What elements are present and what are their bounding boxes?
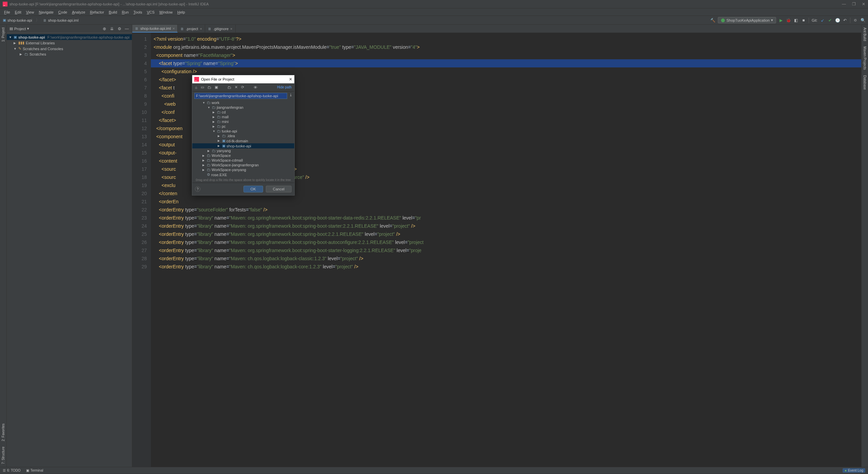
ok-button[interactable]: OK <box>243 186 263 192</box>
project-panel-title: Project <box>14 27 26 31</box>
path-input[interactable] <box>194 93 287 99</box>
bottombar: ☰6: TODO ▣Terminal ●Event Log <box>0 467 868 474</box>
breadcrumb[interactable]: ▣ shop-tuoke-api <box>3 18 32 22</box>
dialog-tree-item[interactable]: ▶🗀yanyang <box>192 148 294 153</box>
dialog-tree-item[interactable]: ▶▣cd-tk-domain <box>192 138 294 143</box>
menu-refactor[interactable]: Refactor <box>88 9 106 15</box>
collapse-icon[interactable]: ⇊ <box>110 26 114 31</box>
tree-external-libs[interactable]: ▶ ▮▮▮ External Libraries <box>7 40 132 46</box>
project-dir-icon[interactable]: 🗀 <box>208 85 211 89</box>
dialog-tree-item[interactable]: ▼🗀tuoke-api <box>192 129 294 133</box>
show-hidden-icon[interactable]: 👁 <box>254 85 257 89</box>
dialog-tree-item[interactable]: ▼🗀work <box>192 100 294 105</box>
dialog-file-tree[interactable]: ▼🗀work▼🗀jiangnanfengran▶🗀cd▶🗀mall▶🗀mini▶… <box>192 100 294 177</box>
todo-tab[interactable]: ☰6: TODO <box>3 469 21 472</box>
tree-scratches[interactable]: ▼ ✎ Scratches and Consoles <box>7 46 132 51</box>
project-structure-icon[interactable]: ⛭ <box>853 18 858 23</box>
menu-run[interactable]: Run <box>120 9 131 15</box>
chevron-down-icon[interactable]: ▾ <box>27 26 29 31</box>
maximize-button[interactable]: ❐ <box>852 2 856 6</box>
menu-build[interactable]: Build <box>107 9 119 15</box>
close-icon[interactable]: × <box>200 27 202 31</box>
debug-icon[interactable]: 🐞 <box>786 18 791 23</box>
minimize-button[interactable]: — <box>842 2 846 6</box>
tool-tab[interactable]: Ant Build <box>862 25 867 44</box>
git-revert-icon[interactable]: ↶ <box>843 18 847 23</box>
dialog-tree-item[interactable]: ▶🗀WorkSpace <box>192 153 294 158</box>
refresh-icon[interactable]: ⟳ <box>241 85 244 89</box>
menu-help[interactable]: Help <box>175 9 187 15</box>
hide-icon[interactable]: — <box>124 26 129 31</box>
dialog-titlebar[interactable]: Open File or Project ✕ <box>192 75 294 83</box>
run-config-dropdown[interactable]: ⬤ ShopTuoKeApiApplication ▾ <box>718 17 776 23</box>
intellij-logo-icon <box>3 2 7 6</box>
editor-tab[interactable]: 🗎.project× <box>178 25 205 33</box>
titlebar: shop-tuoke-api [F:\work\jiangnanfengran\… <box>0 0 868 8</box>
dialog-tree-item[interactable]: ▶🗀.idea <box>192 133 294 138</box>
git-history-icon[interactable]: 🕓 <box>835 18 840 23</box>
tool-tab[interactable]: Database <box>862 73 867 92</box>
menu-file[interactable]: File <box>2 9 12 15</box>
git-commit-icon[interactable]: ✔ <box>828 18 832 23</box>
scratches-icon: ✎ <box>18 46 21 51</box>
terminal-tab[interactable]: ▣Terminal <box>26 469 43 472</box>
tool-tab[interactable]: 1: Project <box>1 25 6 44</box>
editor-tab[interactable]: 🗎shop-tuoke-api.iml× <box>132 25 178 33</box>
stop-icon[interactable]: ■ <box>801 18 806 23</box>
hide-path-link[interactable]: Hide path <box>277 85 292 89</box>
dialog-tree-item[interactable]: ▶▣shop-tuoke-api <box>192 143 294 148</box>
menubar: FileEditViewNavigateCodeAnalyzeRefactorB… <box>0 8 868 16</box>
dialog-tree-item[interactable]: ⚙rose.EXE <box>192 172 294 177</box>
line-gutter: 1234567891011121314151617181920212223242… <box>132 33 151 467</box>
project-tool-icon: ▤ <box>9 26 13 31</box>
build-icon[interactable]: 🔨 <box>710 18 715 23</box>
menu-code[interactable]: Code <box>56 9 69 15</box>
desktop-icon[interactable]: ▭ <box>201 85 204 89</box>
close-icon[interactable]: × <box>173 26 175 30</box>
git-update-icon[interactable]: ↙ <box>820 18 825 23</box>
library-icon: ▮▮▮ <box>18 41 24 45</box>
new-folder-icon[interactable]: 🗀 <box>228 85 231 89</box>
dialog-tree-item[interactable]: ▶🗀pc <box>192 124 294 129</box>
dialog-tree-item[interactable]: ▶🗀WorkSpace-jiangnanfengran <box>192 163 294 167</box>
close-icon[interactable]: × <box>230 27 232 31</box>
menu-tools[interactable]: Tools <box>132 9 144 15</box>
tool-tab[interactable]: 7: Structure <box>1 444 6 467</box>
dialog-tree-item[interactable]: ▶🗀mall <box>192 115 294 119</box>
cancel-button[interactable]: Cancel <box>266 186 292 192</box>
tool-tab[interactable]: 2: Favorites <box>1 421 6 444</box>
tool-tab[interactable]: Maven Projects <box>862 44 867 73</box>
run-icon[interactable]: ▶ <box>779 18 784 23</box>
tree-root[interactable]: ▼ ▣ shop-tuoke-api F:\work\jiangnanfengr… <box>7 34 132 40</box>
menu-navigate[interactable]: Navigate <box>37 9 55 15</box>
menu-edit[interactable]: Edit <box>13 9 23 15</box>
event-log-tab[interactable]: ●Event Log <box>843 468 865 473</box>
path-dropdown-icon[interactable]: ⤓ <box>289 93 292 99</box>
menu-analyze[interactable]: Analyze <box>70 9 87 15</box>
search-everywhere-icon[interactable]: 🔍 <box>861 18 865 23</box>
gear-icon[interactable]: ⚙ <box>117 26 122 31</box>
dialog-tree-item[interactable]: ▶🗀mini <box>192 119 294 124</box>
tree-scratches-folder[interactable]: ▶ 🗀 Scratches <box>7 51 132 57</box>
home-icon[interactable]: ⌂ <box>195 85 197 89</box>
menu-view[interactable]: View <box>24 9 36 15</box>
dialog-tree-item[interactable]: ▶🗀cd <box>192 110 294 115</box>
menu-window[interactable]: Window <box>157 9 175 15</box>
menu-vcs[interactable]: VCS <box>145 9 157 15</box>
dialog-tree-item[interactable]: ▶🗀WorkSpace-cdmall <box>192 158 294 163</box>
project-tree[interactable]: ▼ ▣ shop-tuoke-api F:\work\jiangnanfengr… <box>7 33 132 58</box>
coverage-icon[interactable]: ◧ <box>794 18 798 23</box>
close-button[interactable]: ✕ <box>862 2 865 6</box>
git-label: Git: <box>812 18 817 22</box>
dialog-close-button[interactable]: ✕ <box>289 77 292 82</box>
dialog-tree-item[interactable]: ▼🗀jiangnanfengran <box>192 105 294 110</box>
breadcrumb[interactable]: 🗎 shop-tuoke-api.iml <box>43 18 79 22</box>
chevron-down-icon: ▾ <box>771 18 773 22</box>
editor-tab[interactable]: 🗎.gitignore× <box>205 25 236 33</box>
help-button[interactable]: ? <box>195 186 200 192</box>
scroll-from-source-icon[interactable]: ⊕ <box>102 26 107 31</box>
dialog-tree-item[interactable]: ▶🗀WorkSpace-yanyang <box>192 167 294 172</box>
folder-icon: 🗀 <box>24 52 28 56</box>
module-dir-icon[interactable]: ▣ <box>215 85 218 89</box>
delete-icon[interactable]: ✕ <box>235 85 238 89</box>
